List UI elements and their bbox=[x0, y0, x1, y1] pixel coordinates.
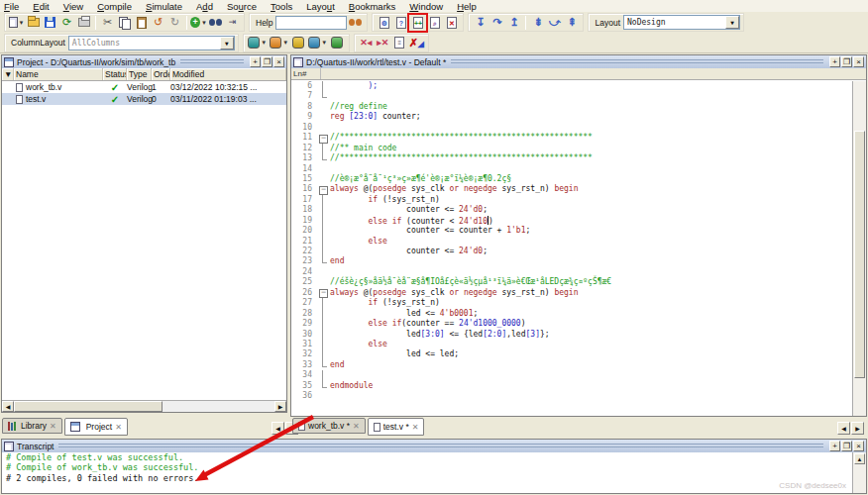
code-line[interactable]: 28 led <= 4'b0001; bbox=[291, 309, 852, 319]
compile-order-button[interactable]: ⌕ bbox=[426, 15, 443, 31]
panel-undock-button[interactable]: ❐ bbox=[262, 56, 272, 67]
code-line[interactable]: 19 else if (counter < 24'd10) bbox=[291, 216, 852, 226]
compile-all-button[interactable]: ? bbox=[392, 15, 409, 31]
code-line[interactable]: 14 bbox=[291, 164, 852, 174]
code-line[interactable]: 27 if (!sys_rst_n) bbox=[291, 298, 852, 308]
menu-help[interactable]: Help bbox=[457, 1, 477, 11]
code-line[interactable]: 30 led[3:0] <= {led[2:0],led[3]}; bbox=[291, 330, 852, 340]
column-header-name[interactable]: Name bbox=[14, 68, 103, 80]
step-over-button[interactable]: ⤻ bbox=[546, 15, 563, 31]
code-line[interactable]: 7 bbox=[291, 91, 852, 101]
compile-report-button[interactable]: ✕ bbox=[443, 15, 460, 31]
code-line[interactable]: 12//** main code bbox=[291, 144, 852, 153]
menu-source[interactable]: Source bbox=[227, 1, 257, 11]
code-editor[interactable]: 6 );78//reg define9reg [23:0] counter;10… bbox=[291, 81, 852, 416]
prev-error-button[interactable]: ✕◂ bbox=[358, 35, 375, 50]
menu-add[interactable]: Add bbox=[196, 1, 213, 11]
tab-scroll-left-button[interactable]: ◀ bbox=[271, 422, 284, 435]
tab-scroll-left-button[interactable]: ◀ bbox=[837, 422, 850, 435]
code-line[interactable]: 13//************************************… bbox=[291, 153, 852, 163]
tab-close-icon[interactable]: ✕ bbox=[353, 422, 360, 431]
menu-simulate[interactable]: Simulate bbox=[146, 1, 182, 11]
add-dataflow-button[interactable]: ▼ bbox=[307, 35, 329, 50]
fold-toggle-icon[interactable] bbox=[317, 133, 330, 143]
panel-grip[interactable] bbox=[451, 59, 823, 64]
project-file-row[interactable]: test.v✓Verilog003/11/2022 01:19:03 ... bbox=[2, 93, 286, 105]
next-error-button[interactable]: ▸✕ bbox=[375, 35, 391, 50]
tab-scroll-right-button[interactable]: ▶ bbox=[851, 422, 864, 435]
menu-view[interactable]: View bbox=[63, 1, 83, 11]
tab-library[interactable]: Library✕ bbox=[2, 418, 62, 434]
code-line[interactable]: 22 counter <= 24'd0; bbox=[291, 247, 852, 256]
step-out-button[interactable]: ⇞ bbox=[563, 15, 580, 31]
panel-close-button[interactable]: × bbox=[853, 56, 864, 67]
panel-grip[interactable] bbox=[180, 59, 244, 64]
add-log-button[interactable] bbox=[290, 35, 307, 50]
code-line[interactable]: 21 else bbox=[291, 237, 852, 247]
copy-button[interactable] bbox=[116, 15, 133, 31]
code-line[interactable]: 23end bbox=[291, 256, 852, 266]
transcript-output[interactable]: # Compile of test.v was successful.# Com… bbox=[2, 452, 866, 493]
fold-toggle-icon[interactable] bbox=[317, 288, 330, 298]
code-line[interactable]: 10 bbox=[291, 123, 852, 133]
tab-test-v[interactable]: test.v *✕ bbox=[368, 418, 425, 436]
chevron-down-icon[interactable]: ▼ bbox=[725, 16, 739, 29]
cut-button[interactable]: ✂ bbox=[99, 15, 116, 31]
code-line[interactable]: 18 counter <= 24'd0; bbox=[291, 205, 852, 215]
code-line[interactable]: 20 counter <= counter + 1'b1; bbox=[291, 226, 852, 236]
view-messages-button[interactable]: ≡ bbox=[391, 35, 408, 50]
help-search-input[interactable] bbox=[275, 16, 347, 30]
panel-undock-button[interactable]: ❐ bbox=[841, 56, 852, 67]
paste-button[interactable] bbox=[133, 15, 150, 31]
panel-undock-button[interactable]: ❐ bbox=[841, 441, 852, 451]
scroll-right-arrow[interactable]: ▶ bbox=[274, 401, 286, 412]
tab-close-icon[interactable]: ✕ bbox=[412, 423, 419, 432]
menu-window[interactable]: Window bbox=[409, 1, 443, 11]
compile-selected-button[interactable]: ++ bbox=[409, 15, 426, 31]
compile-button[interactable]: ⚙ bbox=[376, 15, 392, 31]
menu-file[interactable]: File bbox=[4, 1, 19, 11]
code-line[interactable]: 36 bbox=[291, 391, 852, 401]
code-line[interactable]: 25//éšè¿ç§»åä½å¯èå¨æ§å¶IOå£çè«ä½çµå¹³ï¼ä… bbox=[291, 277, 852, 287]
panel-zoom-button[interactable]: + bbox=[250, 56, 261, 67]
layout-select[interactable]: NoDesign ▼ bbox=[623, 15, 740, 30]
columnlayout-select[interactable]: AllColumns ▼ bbox=[68, 36, 235, 50]
code-line[interactable]: 26always @(posedge sys_clk or negedge sy… bbox=[291, 288, 852, 298]
restart-button[interactable]: ↧ bbox=[472, 15, 488, 31]
tab-work-tb-v[interactable]: work_tb.v *✕ bbox=[292, 418, 366, 434]
column-header-type[interactable]: Type bbox=[127, 68, 152, 80]
open-button[interactable] bbox=[25, 15, 42, 31]
scroll-left-arrow[interactable]: ◀ bbox=[2, 401, 14, 412]
chevron-down-icon[interactable]: ▼ bbox=[220, 37, 234, 50]
project-panel-header[interactable]: Project - D:/Quartus-II/work/sim/tb/work… bbox=[2, 55, 286, 68]
step-into-button[interactable]: ⇟ bbox=[529, 15, 546, 31]
code-line[interactable]: 15//è®¡æ°å¨å¯¹ç³»ç»æ¶é'è®¡æ°ï¼è®¡æ¶0.2ç§ bbox=[291, 174, 852, 184]
code-line[interactable]: 8//reg define bbox=[291, 102, 852, 112]
code-line[interactable]: 16always @(posedge sys_clk or negedge sy… bbox=[291, 184, 852, 194]
code-line[interactable]: 32 led <= led; bbox=[291, 349, 852, 359]
menu-edit[interactable]: Edit bbox=[33, 1, 49, 11]
find-button[interactable] bbox=[207, 15, 224, 31]
project-file-row[interactable]: work_tb.v✓Verilog103/12/2022 10:32:15 ..… bbox=[2, 81, 286, 93]
column-header-modified[interactable]: Modified bbox=[170, 68, 286, 80]
tab-close-icon[interactable]: ✕ bbox=[50, 422, 56, 431]
print-button[interactable] bbox=[75, 15, 92, 31]
scroll-thumb[interactable] bbox=[14, 401, 163, 412]
code-line[interactable]: 11//************************************… bbox=[291, 133, 852, 143]
tab-close-icon[interactable]: ✕ bbox=[115, 423, 122, 432]
code-line[interactable]: 9reg [23:0] counter; bbox=[291, 112, 852, 122]
add-wave-button[interactable]: ▼ bbox=[247, 35, 269, 50]
editor-vscrollbar[interactable] bbox=[852, 81, 866, 416]
undo-button[interactable]: ↺ bbox=[150, 15, 166, 31]
help-search-button[interactable] bbox=[347, 15, 364, 31]
new-file-button[interactable]: ▼ bbox=[8, 15, 25, 31]
tab-project[interactable]: Project✕ bbox=[64, 418, 128, 436]
code-line[interactable]: 6 ); bbox=[291, 81, 852, 91]
add-schematic-button[interactable] bbox=[329, 35, 346, 50]
transcript-panel-header[interactable]: Transcript + ❐ × bbox=[2, 440, 866, 452]
code-line[interactable]: 33end bbox=[291, 360, 852, 370]
clear-transcript-button[interactable]: ✗◢ bbox=[408, 35, 425, 50]
panel-zoom-button[interactable]: + bbox=[829, 441, 840, 451]
panel-grip[interactable] bbox=[58, 444, 823, 448]
code-line[interactable]: 34 bbox=[291, 370, 852, 380]
